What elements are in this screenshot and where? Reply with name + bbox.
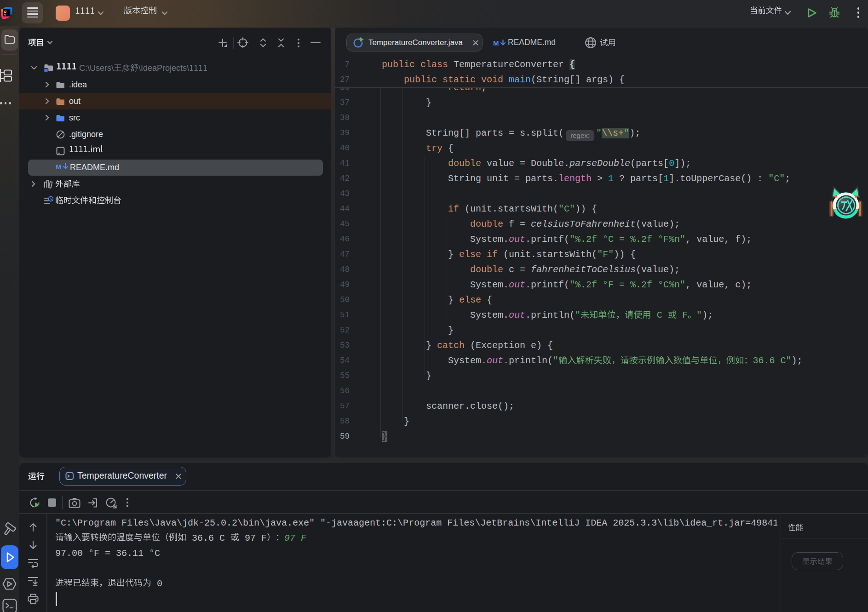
svg-text:IJ: IJ (4, 10, 6, 14)
